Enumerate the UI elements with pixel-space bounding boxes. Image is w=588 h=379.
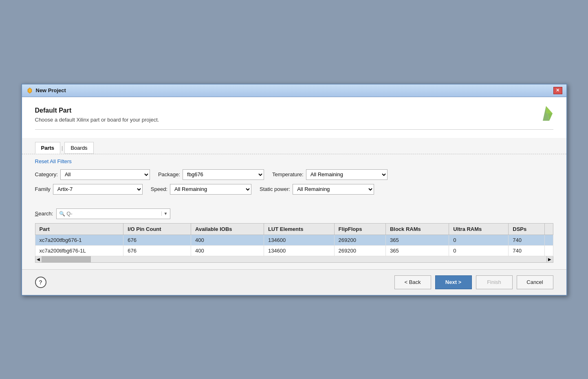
scroll-right-btn[interactable]: ▶ [546, 256, 553, 262]
parts-table: Part I/O Pin Count Available IOBs LUT El… [35, 223, 553, 256]
title-bar: New Project ✕ [22, 84, 566, 97]
static-power-label: Static power: [260, 186, 290, 192]
row-scroll-cell [544, 235, 553, 245]
cell-block-rams: 365 [385, 245, 449, 256]
search-dropdown-arrow[interactable]: ▼ [161, 211, 167, 216]
col-part: Part [35, 223, 123, 235]
temperature-filter: Temperature: All Remaining Commercial In… [272, 169, 388, 180]
col-io-pin-count: I/O Pin Count [123, 223, 191, 235]
table-row[interactable]: xc7a200tifbg676-1L 676 400 134600 269200… [35, 245, 553, 256]
window-title: New Project [36, 87, 66, 93]
back-button[interactable]: < Back [394, 275, 431, 289]
tab-boards[interactable]: Boards [64, 142, 93, 154]
col-dsps: DSPs [509, 223, 544, 235]
app-icon [26, 87, 33, 94]
search-icon: 🔍 [59, 211, 65, 217]
col-lut-elements: LUT Elements [264, 223, 334, 235]
speed-filter: Speed: All Remaining -1 -2 -3 [151, 184, 251, 195]
search-input-wrapper: 🔍 ▼ [56, 208, 170, 219]
table-header-row: Part I/O Pin Count Available IOBs LUT El… [35, 223, 553, 235]
header-divider [35, 129, 553, 130]
speed-select[interactable]: All Remaining -1 -2 -3 [170, 184, 251, 195]
col-flipflops: FlipFlops [334, 223, 385, 235]
finish-button[interactable]: Finish [476, 275, 513, 289]
cell-ultra-rams: 0 [449, 245, 509, 256]
family-select[interactable]: Artix-7 Kintex-7 Virtex-7 Zynq-7000 [53, 184, 143, 195]
cell-dsps: 740 [509, 245, 544, 256]
close-button[interactable]: ✕ [553, 87, 562, 94]
speed-label: Speed: [151, 186, 167, 192]
col-ultra-rams: Ultra RAMs [449, 223, 509, 235]
cell-flipflops: 269200 [334, 245, 385, 256]
scroll-left-btn[interactable]: ◀ [35, 256, 42, 262]
title-bar-left: New Project [26, 87, 66, 94]
help-button[interactable]: ? [35, 277, 46, 288]
col-block-rams: Block RAMs [385, 223, 449, 235]
static-power-filter: Static power: All Remaining L [260, 184, 374, 195]
category-label: Category: [35, 171, 58, 177]
cell-flipflops: 269200 [334, 235, 385, 245]
header-area: Default Part Choose a default Xilinx par… [22, 97, 566, 138]
cell-part: xc7a200tifbg676-1L [35, 245, 123, 256]
category-filter: Category: All General Purpose Automotive [35, 169, 150, 180]
static-power-select[interactable]: All Remaining L [293, 184, 374, 195]
svg-marker-5 [546, 106, 553, 113]
xilinx-logo [537, 105, 555, 123]
col-available-iobs: Available IOBs [191, 223, 264, 235]
row-scroll-cell [544, 245, 553, 256]
temperature-select[interactable]: All Remaining Commercial Industrial Exte… [306, 169, 388, 180]
tab-bar: Parts | Boards [35, 138, 553, 154]
page-title: Default Part [35, 107, 553, 114]
reset-filters-link[interactable]: Reset All Filters [35, 158, 72, 164]
bottom-right: < Back Next > Finish Cancel [394, 275, 553, 289]
bottom-bar: ? < Back Next > Finish Cancel [22, 269, 566, 295]
package-select[interactable]: fbg676 csg324 ftg256 cpg236 [183, 169, 264, 180]
tab-parts[interactable]: Parts [35, 142, 61, 154]
search-area: Search: 🔍 ▼ [22, 205, 566, 223]
filter-row-1: Category: All General Purpose Automotive… [35, 169, 553, 180]
next-button[interactable]: Next > [435, 275, 472, 289]
temperature-label: Temperature: [272, 171, 304, 177]
cell-dsps: 740 [509, 235, 544, 245]
page-subtitle: Choose a default Xilinx part or board fo… [35, 117, 553, 123]
family-label: Family [35, 186, 51, 192]
hscroll-thumb[interactable] [42, 256, 91, 262]
filters-area: Reset All Filters Category: All General … [22, 154, 566, 205]
package-label: Package: [158, 171, 180, 177]
cell-io-pin-count: 676 [123, 245, 191, 256]
cell-available-iobs: 400 [191, 245, 264, 256]
cell-available-iobs: 400 [191, 235, 264, 245]
hscroll-track [42, 256, 546, 262]
table-row[interactable]: xc7a200tfbg676-1 676 400 134600 269200 3… [35, 235, 553, 245]
cancel-button[interactable]: Cancel [517, 275, 553, 289]
cell-lut-elements: 134600 [264, 245, 334, 256]
cell-block-rams: 365 [385, 235, 449, 245]
bottom-left: ? [35, 277, 46, 288]
tabs-area: Parts | Boards [22, 138, 566, 154]
category-select[interactable]: All General Purpose Automotive [60, 169, 150, 180]
search-label: Search: [35, 211, 53, 217]
cell-lut-elements: 134600 [264, 235, 334, 245]
filter-row-2: Family Artix-7 Kintex-7 Virtex-7 Zynq-70… [35, 184, 553, 195]
cell-part: xc7a200tfbg676-1 [35, 235, 123, 245]
cell-io-pin-count: 676 [123, 235, 191, 245]
table-area: Part I/O Pin Count Available IOBs LUT El… [22, 223, 566, 269]
tab-separator: | [60, 145, 64, 151]
table-hscroll: ◀ ▶ [35, 256, 553, 263]
package-filter: Package: fbg676 csg324 ftg256 cpg236 [158, 169, 264, 180]
search-input[interactable] [66, 211, 160, 217]
main-window: New Project ✕ Default Part Choose a defa… [21, 84, 567, 296]
scroll-col [544, 223, 553, 235]
family-filter: Family Artix-7 Kintex-7 Virtex-7 Zynq-70… [35, 184, 143, 195]
cell-ultra-rams: 0 [449, 235, 509, 245]
